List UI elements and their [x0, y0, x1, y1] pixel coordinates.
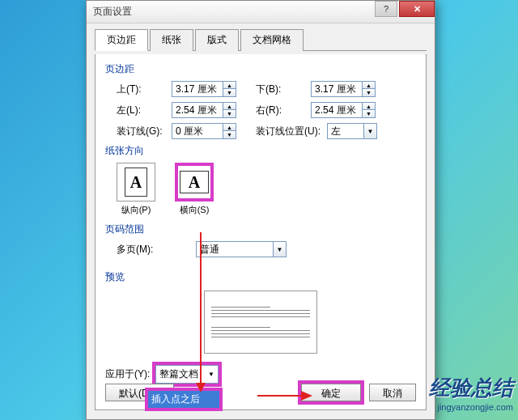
right-label: 右(R):: [256, 104, 311, 117]
ok-button[interactable]: 确定: [301, 384, 361, 401]
help-button[interactable]: ?: [375, 1, 397, 17]
down-icon[interactable]: ▼: [223, 131, 236, 138]
apply-dropdown[interactable]: 整篇文档 ▼: [155, 365, 219, 384]
right-spinner[interactable]: ▲▼: [311, 102, 376, 118]
chevron-down-icon[interactable]: ▼: [273, 242, 286, 257]
gutter-pos-dropdown[interactable]: 左 ▼: [327, 123, 377, 139]
preview-thumbnail: [204, 291, 317, 354]
tab-paper[interactable]: 纸张: [150, 29, 193, 51]
dialog-title: 页面设置: [93, 5, 132, 19]
top-spinner[interactable]: ▲▼: [172, 81, 236, 97]
gutter-pos-value: 左: [328, 125, 363, 138]
apply-label: 应用于(Y):: [105, 367, 155, 381]
landscape-label: 横向(S): [175, 204, 214, 216]
cancel-button[interactable]: 取消: [369, 384, 416, 401]
top-label: 上(T):: [117, 83, 172, 96]
orientation-group: 纸张方向: [105, 144, 416, 158]
tab-strip: 页边距 纸张 版式 文档网格: [95, 28, 427, 51]
orientation-landscape[interactable]: A 横向(S): [175, 163, 214, 216]
watermark-url: jingyanzongjie.com: [429, 402, 513, 412]
gutter-spinner[interactable]: ▲▼: [172, 123, 236, 139]
portrait-icon: A: [125, 168, 147, 197]
up-icon[interactable]: ▲: [223, 124, 236, 131]
gutter-pos-label: 装订线位置(U):: [256, 125, 327, 138]
multi-value: 普通: [197, 243, 273, 257]
portrait-label: 纵向(P): [117, 204, 155, 216]
pages-group: 页码范围: [105, 223, 416, 236]
up-icon[interactable]: ▲: [363, 103, 375, 110]
top-input[interactable]: [172, 82, 223, 96]
tab-layout[interactable]: 版式: [195, 29, 239, 51]
apply-option-after[interactable]: 插入点之后: [148, 391, 219, 408]
up-icon[interactable]: ▲: [363, 82, 375, 89]
multi-label: 多页(M):: [117, 243, 172, 257]
watermark: 经验总结 jingyanzongjie.com: [429, 374, 513, 412]
tab-grid[interactable]: 文档网格: [240, 29, 304, 51]
down-icon[interactable]: ▼: [223, 110, 236, 117]
preview-group: 预览: [105, 270, 416, 284]
gutter-input[interactable]: [172, 124, 223, 138]
down-icon[interactable]: ▼: [363, 89, 375, 96]
down-icon[interactable]: ▼: [223, 89, 236, 96]
orientation-portrait[interactable]: A 纵向(P): [117, 163, 155, 216]
left-spinner[interactable]: ▲▼: [172, 102, 236, 118]
bottom-label: 下(B):: [256, 83, 311, 96]
down-icon[interactable]: ▼: [363, 110, 375, 117]
tab-margins[interactable]: 页边距: [95, 29, 148, 51]
watermark-text: 经验总结: [429, 374, 513, 402]
apply-selected: 整篇文档: [159, 367, 198, 381]
up-icon[interactable]: ▲: [223, 103, 236, 110]
right-input[interactable]: [312, 103, 362, 117]
chevron-down-icon[interactable]: ▼: [208, 371, 214, 378]
multi-dropdown[interactable]: 普通 ▼: [196, 241, 287, 257]
gutter-label: 装订线(G):: [117, 125, 172, 138]
bottom-input[interactable]: [312, 82, 362, 96]
chevron-down-icon[interactable]: ▼: [363, 124, 376, 138]
margins-group: 页边距: [105, 62, 416, 76]
tab-content: 页边距 上(T): ▲▼ 下(B): ▲▼: [95, 54, 427, 410]
close-button[interactable]: ✕: [399, 1, 435, 17]
left-label: 左(L):: [117, 104, 172, 117]
page-setup-dialog: 页面设置 ? ✕ 页边距 纸张 版式 文档网格 页边距 上(T): ▲▼: [86, 0, 435, 420]
left-input[interactable]: [172, 103, 223, 117]
bottom-spinner[interactable]: ▲▼: [311, 81, 376, 97]
up-icon[interactable]: ▲: [223, 82, 236, 89]
titlebar[interactable]: 页面设置 ? ✕: [87, 1, 435, 23]
landscape-icon: A: [180, 171, 209, 193]
